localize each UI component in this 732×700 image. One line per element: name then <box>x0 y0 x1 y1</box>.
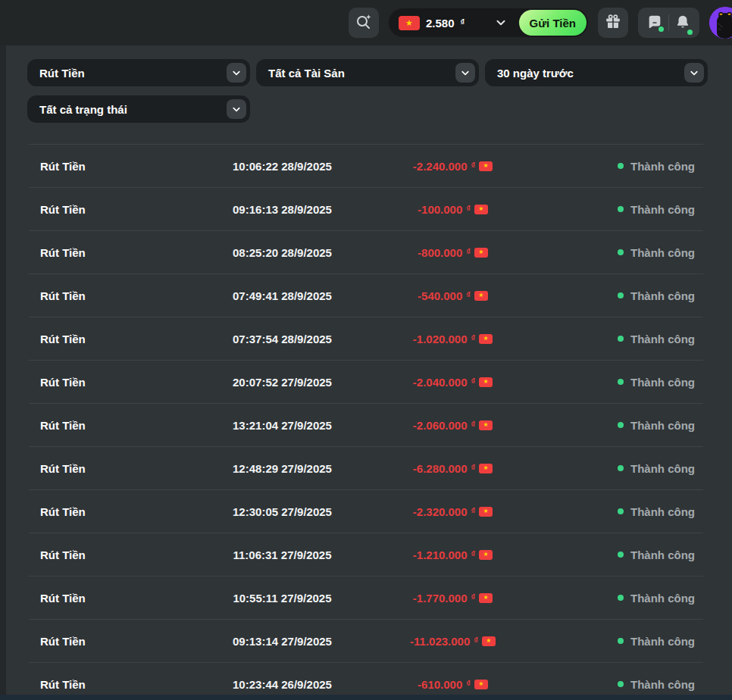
chevron-down-icon <box>496 20 505 26</box>
currency-symbol: ₫ <box>466 247 471 256</box>
status-label: Thành công <box>630 160 695 173</box>
amount-value: -2.240.000 <box>413 160 468 173</box>
status-label: Thành công <box>630 376 695 389</box>
filter-asset[interactable]: Tất cả Tài Sản <box>256 59 479 86</box>
gift-icon <box>604 13 622 33</box>
table-row[interactable]: Rút Tiền 07:37:54 28/9/2025 -1.020.000 ₫… <box>29 317 703 360</box>
transaction-amount: -2.060.000 ₫ ★ <box>375 419 530 432</box>
currency-symbol: ₫ <box>471 161 476 170</box>
currency-symbol: ₫ <box>474 636 478 645</box>
amount-value: -6.280.000 <box>413 462 468 475</box>
filter-date-range[interactable]: 30 ngày trước <box>485 59 708 86</box>
amount-value: -2.040.000 <box>413 376 468 389</box>
notifications-badge <box>687 30 693 35</box>
status-success-dot-icon <box>618 595 624 601</box>
transaction-status: Thành công <box>530 548 703 561</box>
status-success-dot-icon <box>618 163 624 169</box>
table-row[interactable]: Rút Tiền 07:49:41 28/9/2025 -540.000 ₫ ★… <box>29 273 703 317</box>
currency-symbol: ₫ <box>461 17 465 27</box>
filter-bar: Rút Tiền Tất cả Tài Sản 30 ngày trước Tấ… <box>0 45 732 123</box>
amount-value: -1.210.000 <box>413 548 468 561</box>
transaction-datetime: 20:07:52 27/9/2025 <box>189 376 375 389</box>
vietnam-flag-icon: ★ <box>479 464 493 473</box>
vietnam-flag-icon: ★ <box>479 161 493 171</box>
status-success-dot-icon <box>618 552 624 558</box>
status-success-dot-icon <box>618 336 624 342</box>
transaction-amount: -540.000 ₫ ★ <box>375 289 530 302</box>
transaction-datetime: 09:13:14 27/9/2025 <box>189 635 375 648</box>
amount-value: -11.023.000 <box>410 635 470 648</box>
table-row[interactable]: Rút Tiền 20:07:52 27/9/2025 -2.040.000 ₫… <box>29 360 703 403</box>
transaction-status: Thành công <box>530 462 703 475</box>
amount-value: -1.020.000 <box>413 333 468 345</box>
filter-status[interactable]: Tất cả trạng thái <box>27 95 250 123</box>
currency-symbol: ₫ <box>471 463 476 472</box>
status-success-dot-icon <box>618 422 624 428</box>
status-success-dot-icon <box>618 638 624 644</box>
chat-button[interactable] <box>641 8 668 38</box>
currency-symbol: ₫ <box>471 420 476 429</box>
balance-selector[interactable]: ★ 2.580 ₫ Gửi Tiền <box>389 8 588 37</box>
table-row[interactable]: Rút Tiền 13:21:04 27/9/2025 -2.060.000 ₫… <box>29 403 703 446</box>
status-success-dot-icon <box>618 681 624 687</box>
table-row[interactable]: Rút Tiền 12:30:05 27/9/2025 -2.320.000 ₫… <box>29 489 703 533</box>
transaction-status: Thành công <box>530 635 703 648</box>
filter-asset-value: Tất cả Tài Sản <box>268 67 345 80</box>
table-row[interactable]: Rút Tiền 08:25:20 28/9/2025 -800.000 ₫ ★… <box>29 230 703 273</box>
transaction-amount: -1.210.000 ₫ ★ <box>375 548 530 561</box>
table-row[interactable]: Rút Tiền 11:06:31 27/9/2025 -1.210.000 ₫… <box>29 533 703 576</box>
transaction-type: Rút Tiền <box>29 505 189 518</box>
user-avatar[interactable] <box>709 7 732 39</box>
search-button[interactable] <box>349 8 379 38</box>
status-label: Thành công <box>630 203 695 216</box>
status-success-dot-icon <box>618 249 624 255</box>
amount-value: -2.060.000 <box>413 419 468 432</box>
table-row[interactable]: Rút Tiền 10:55:11 27/9/2025 -1.770.000 ₫… <box>29 576 703 619</box>
amount-value: -2.320.000 <box>413 505 468 518</box>
transaction-status: Thành công <box>530 419 703 432</box>
transaction-type: Rút Tiền <box>29 592 189 605</box>
transaction-type: Rút Tiền <box>29 376 189 389</box>
status-success-dot-icon <box>618 508 624 514</box>
vietnam-flag-icon: ★ <box>482 636 496 646</box>
transaction-amount: -610.000 ₫ ★ <box>375 678 530 691</box>
vietnam-flag-icon: ★ <box>479 507 493 517</box>
transaction-status: Thành công <box>530 333 703 345</box>
transaction-amount: -800.000 ₫ ★ <box>375 246 530 259</box>
table-row[interactable]: Rút Tiền 09:13:14 27/9/2025 -11.023.000 … <box>29 619 703 662</box>
transactions-table: Rút Tiền 10:06:22 28/9/2025 -2.240.000 ₫… <box>29 144 703 700</box>
chevron-down-icon <box>227 63 246 83</box>
status-label: Thành công <box>630 592 695 605</box>
table-row[interactable]: Rút Tiền 09:16:13 28/9/2025 -100.000 ₫ ★… <box>29 187 703 230</box>
status-success-dot-icon <box>618 292 624 298</box>
notifications-button[interactable] <box>669 8 696 38</box>
transaction-datetime: 11:06:31 27/9/2025 <box>189 548 375 561</box>
transaction-datetime: 12:48:29 27/9/2025 <box>189 462 375 475</box>
vietnam-flag-icon: ★ <box>474 680 488 689</box>
transaction-status: Thành công <box>530 376 703 389</box>
search-sparkle-icon <box>355 13 373 33</box>
status-label: Thành công <box>630 462 695 475</box>
table-row[interactable]: Rút Tiền 10:06:22 28/9/2025 -2.240.000 ₫… <box>29 144 703 187</box>
transaction-datetime: 12:30:05 27/9/2025 <box>189 505 375 518</box>
chevron-down-icon <box>684 63 704 83</box>
transaction-status: Thành công <box>530 160 703 173</box>
gift-button[interactable] <box>598 8 628 38</box>
vietnam-flag-icon: ★ <box>479 593 493 603</box>
transaction-datetime: 08:25:20 28/9/2025 <box>189 246 375 259</box>
transaction-datetime: 10:55:11 27/9/2025 <box>189 592 375 605</box>
deposit-button[interactable]: Gửi Tiền <box>519 10 587 36</box>
balance-amount: 2.580 <box>426 17 455 30</box>
transaction-datetime: 10:06:22 28/9/2025 <box>189 160 375 173</box>
transaction-datetime: 10:23:44 26/9/2025 <box>189 678 375 691</box>
filter-status-value: Tất cả trạng thái <box>39 103 127 116</box>
filter-date-range-value: 30 ngày trước <box>497 67 574 80</box>
transaction-datetime: 07:49:41 28/9/2025 <box>189 289 375 302</box>
transaction-amount: -2.240.000 ₫ ★ <box>375 160 530 173</box>
amount-value: -1.770.000 <box>413 592 468 605</box>
status-label: Thành công <box>630 289 695 302</box>
transaction-status: Thành công <box>530 678 703 691</box>
table-row[interactable]: Rút Tiền 12:48:29 27/9/2025 -6.280.000 ₫… <box>29 446 703 489</box>
filter-transaction-type[interactable]: Rút Tiền <box>27 59 250 86</box>
currency-symbol: ₫ <box>466 204 471 213</box>
